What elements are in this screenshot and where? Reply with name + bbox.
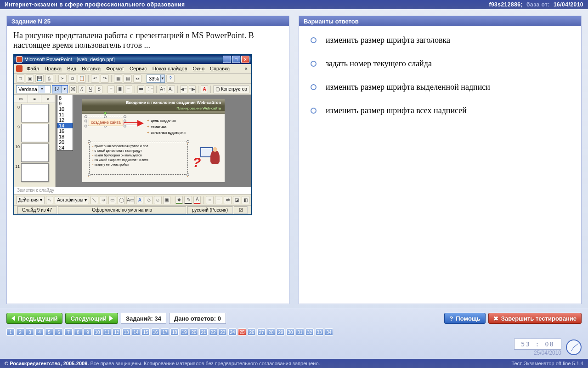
menu-file[interactable]: Файл [24,65,42,72]
align-center-icon[interactable]: ≣ [116,85,124,93]
menu-help[interactable]: Справка [207,65,232,72]
font-size-option-24[interactable]: 24 [57,145,73,150]
decrease-indent-icon[interactable]: ◀≡ [180,85,187,93]
dash-style-icon[interactable]: ┄ [215,196,223,204]
font-size-dropdown[interactable]: 891011121416182024 [57,95,73,151]
thumb-tab-slides[interactable]: ▭ [14,95,28,103]
wordart-icon[interactable]: A [136,196,144,204]
question-nav-15[interactable]: 15 [141,328,150,336]
help-button[interactable]: ? Помощь [444,313,485,324]
question-nav-7[interactable]: 7 [64,328,73,336]
question-nav-5[interactable]: 5 [45,328,53,336]
question-nav-28[interactable]: 28 [267,328,275,336]
question-nav-26[interactable]: 26 [248,328,256,336]
arrow-style-icon[interactable]: ⇄ [224,196,232,204]
line-color-icon[interactable]: ✎ [184,196,192,204]
open-icon[interactable]: ▣ [26,75,34,83]
increase-indent-icon[interactable]: ≡▶ [189,85,196,93]
italic-icon[interactable]: К [78,85,85,93]
question-nav-34[interactable]: 34 [325,328,333,336]
align-right-icon[interactable]: ≡ [125,85,132,93]
font-size-option-10[interactable]: 10 [57,106,73,112]
thumbnail-slide-10[interactable]: 10 [15,144,54,162]
help-icon[interactable]: ? [166,75,175,83]
table-icon[interactable]: ▤ [124,75,132,83]
save-icon[interactable]: 💾 [35,75,44,83]
thumbnail-slide-9[interactable]: 9 [15,124,54,142]
question-nav-9[interactable]: 9 [84,328,92,336]
bold-icon[interactable]: Ж [69,85,77,93]
thumb-tab-outline[interactable]: ≡ [28,95,42,103]
question-nav-6[interactable]: 6 [55,328,63,336]
question-nav-30[interactable]: 30 [286,328,294,336]
menu-edit[interactable]: Правка [42,65,64,72]
oval-icon[interactable]: ◯ [118,196,125,204]
font-size-option-16[interactable]: 16 [57,128,73,134]
rect-icon[interactable]: ▭ [108,196,116,204]
pointer-icon[interactable]: ↖ [46,196,54,204]
fill-color-icon[interactable]: ◆ [175,196,183,204]
menu-slideshow[interactable]: Показ слайдов [150,65,190,72]
question-nav-16[interactable]: 16 [151,328,159,336]
font-size-selector[interactable]: 14▼ [52,85,68,93]
question-nav-4[interactable]: 4 [35,328,44,336]
hyperlink-icon[interactable]: ☲ [133,75,141,83]
question-nav-21[interactable]: 21 [199,328,208,336]
shadow-icon[interactable]: S [96,85,103,93]
font-size-option-20[interactable]: 20 [57,139,73,145]
window-minimize-button[interactable]: _ [223,56,231,63]
menu-view[interactable]: Вид [64,65,79,72]
question-nav-32[interactable]: 32 [305,328,314,336]
question-nav-20[interactable]: 20 [190,328,198,336]
menu-format[interactable]: Формат [103,65,127,72]
window-close-button[interactable]: × [241,56,249,63]
text-color-icon[interactable]: A [193,196,201,204]
thumbnail-slide-11[interactable]: 11 [15,163,54,182]
underline-icon[interactable]: Ч [87,85,94,93]
font-selector[interactable]: Verdana▼ [16,85,51,93]
question-nav-33[interactable]: 33 [315,328,323,336]
font-size-option-12[interactable]: 12 [57,117,73,123]
font-size-option-14[interactable]: 14 [57,123,73,128]
radio-icon[interactable] [311,84,317,90]
menu-insert[interactable]: Вставка [79,65,103,72]
question-nav-24[interactable]: 24 [228,328,237,336]
radio-icon[interactable] [311,61,317,67]
question-nav-10[interactable]: 10 [93,328,102,336]
font-size-option-18[interactable]: 18 [57,134,73,139]
line-style-icon[interactable]: ≡ [206,196,214,204]
clipart-icon[interactable]: ☺ [154,196,162,204]
question-nav-1[interactable]: 1 [6,328,15,336]
bullets-icon[interactable]: ⋮≡ [146,85,154,93]
redo-icon[interactable]: ↷ [101,75,109,83]
decrease-font-icon[interactable]: A↓ [168,85,175,93]
next-button[interactable]: Следующий [65,313,118,324]
font-size-option-8[interactable]: 8 [57,95,73,101]
textbox-icon[interactable]: A▭ [126,196,135,204]
answer-option-3[interactable]: изменить размер шрифта выделенной надпис… [311,82,570,92]
increase-font-icon[interactable]: A↑ [159,85,166,93]
thumbnail-slide-8[interactable]: 8 [15,104,54,122]
notes-pane[interactable]: Заметки к слайду [14,187,251,194]
designer-button[interactable]: ▢Конструктор [213,85,249,93]
menu-window[interactable]: Окно [190,65,208,72]
answer-option-2[interactable]: задать номер текущего слайда [311,59,570,69]
radio-icon[interactable] [311,108,317,114]
chart-icon[interactable]: ▦ [114,75,122,83]
question-nav-25[interactable]: 25 [238,328,246,336]
question-nav-14[interactable]: 14 [132,328,140,336]
shadow-style-icon[interactable]: ◪ [233,196,241,204]
question-nav-13[interactable]: 13 [122,328,130,336]
font-size-option-11[interactable]: 11 [57,112,73,117]
font-size-option-9[interactable]: 9 [57,101,73,106]
question-nav-11[interactable]: 11 [103,328,111,336]
window-maximize-button[interactable]: □ [232,56,240,63]
rotate-handle-icon[interactable] [104,112,107,115]
prev-button[interactable]: Предыдущий [6,313,62,324]
numbering-icon[interactable]: ≔ [137,85,145,93]
cut-icon[interactable]: ✂ [58,75,67,83]
answer-option-4[interactable]: изменить размер шрифта всех надписей [311,106,570,115]
question-nav-29[interactable]: 29 [277,328,285,336]
copy-icon[interactable]: ⧉ [68,75,76,83]
zoom-box[interactable]: 33%▼ [147,75,165,83]
